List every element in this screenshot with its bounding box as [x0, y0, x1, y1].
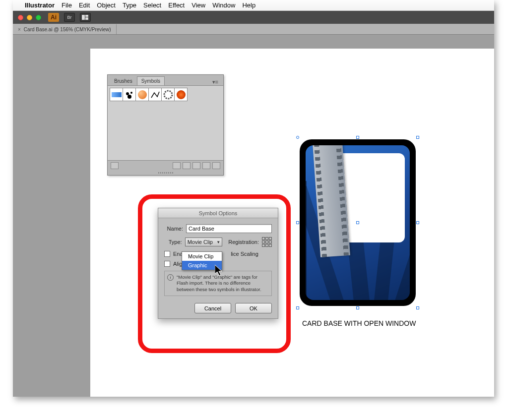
- svg-rect-0: [82, 15, 85, 20]
- info-icon: i: [167, 274, 174, 281]
- menu-view[interactable]: View: [191, 1, 205, 9]
- panel-resize-grip[interactable]: [108, 170, 223, 175]
- info-text: "Movie Clip" and "Graphic" are tags for …: [177, 274, 261, 292]
- artwork-caption: CARD BASE WITH OPEN WINDOW: [302, 319, 416, 327]
- card-frame: [300, 139, 416, 306]
- new-symbol-button[interactable]: [202, 162, 210, 169]
- svg-point-6: [164, 91, 172, 99]
- pixel-grid-checkbox[interactable]: [164, 261, 170, 267]
- svg-rect-2: [85, 17, 88, 20]
- type-select-value: Movie Clip: [188, 239, 213, 245]
- menu-app[interactable]: Illustrator: [25, 1, 55, 9]
- delete-symbol-button[interactable]: [212, 162, 220, 169]
- type-select[interactable]: Movie Clip ▼: [185, 238, 223, 246]
- cursor-icon: [215, 265, 225, 277]
- tab-brushes[interactable]: Brushes: [110, 76, 137, 85]
- registration-grid[interactable]: [262, 237, 272, 247]
- document-tab-title: Card Base.ai @ 156% (CMYK/Preview): [24, 27, 111, 32]
- menu-effect[interactable]: Effect: [168, 1, 185, 9]
- svg-point-3: [126, 92, 129, 95]
- symbol-thumb[interactable]: [148, 88, 162, 101]
- panel-footer: [108, 160, 223, 170]
- document-tab[interactable]: × Card Base.ai @ 156% (CMYK/Preview): [13, 24, 117, 34]
- svg-point-5: [127, 95, 131, 99]
- dropdown-option-movieclip[interactable]: Movie Clip: [182, 252, 222, 261]
- svg-rect-1: [85, 15, 88, 17]
- app-titlebar: Ai Br: [13, 11, 494, 24]
- symbol-libraries-button[interactable]: [111, 162, 119, 169]
- arrange-documents-button[interactable]: [80, 13, 91, 22]
- symbols-grid[interactable]: [108, 86, 223, 160]
- menu-edit[interactable]: Edit: [79, 1, 90, 9]
- name-label: Name:: [164, 226, 183, 232]
- registration-label: Registration:: [228, 239, 259, 245]
- nine-slice-label-right: lice Scaling: [231, 251, 258, 257]
- cancel-button[interactable]: Cancel: [194, 303, 231, 313]
- symbol-thumb[interactable]: [135, 88, 149, 101]
- break-link-button[interactable]: [183, 162, 190, 169]
- close-tab-icon[interactable]: ×: [18, 27, 21, 32]
- zoom-window-icon[interactable]: [36, 15, 41, 20]
- symbol-thumb[interactable]: [123, 88, 136, 101]
- symbol-options-button[interactable]: [192, 162, 200, 169]
- menu-file[interactable]: File: [62, 1, 72, 9]
- menu-select[interactable]: Select: [143, 1, 161, 9]
- symbol-thumb[interactable]: [110, 88, 123, 101]
- card-base-art[interactable]: [300, 139, 416, 306]
- panel-menu-icon[interactable]: ▾≡: [209, 79, 221, 85]
- menu-type[interactable]: Type: [123, 1, 136, 9]
- close-window-icon[interactable]: [18, 15, 23, 20]
- bridge-button[interactable]: Br: [64, 13, 75, 22]
- ai-app-icon: Ai: [48, 13, 59, 22]
- dialog-title: Symbol Options: [158, 208, 278, 218]
- symbol-thumb[interactable]: [174, 88, 188, 101]
- tab-symbols[interactable]: Symbols: [137, 76, 165, 85]
- symbols-panel[interactable]: Brushes Symbols ▾≡: [107, 74, 224, 176]
- traffic-lights: [18, 15, 41, 20]
- panel-tabs: Brushes Symbols ▾≡: [108, 75, 223, 86]
- symbol-thumb[interactable]: [161, 88, 175, 101]
- document-tab-bar: × Card Base.ai @ 156% (CMYK/Preview): [13, 24, 494, 35]
- nine-slice-checkbox[interactable]: [164, 251, 170, 257]
- svg-marker-7: [215, 265, 222, 276]
- ok-button[interactable]: OK: [235, 303, 272, 313]
- type-label: Type:: [164, 239, 182, 245]
- name-field[interactable]: [186, 224, 272, 233]
- menu-help[interactable]: Help: [242, 1, 255, 9]
- minimize-window-icon[interactable]: [27, 15, 32, 20]
- chevron-down-icon: ▼: [216, 240, 220, 244]
- menu-object[interactable]: Object: [97, 1, 116, 9]
- menu-window[interactable]: Window: [212, 1, 235, 9]
- svg-point-4: [130, 92, 132, 94]
- mac-menubar: Illustrator File Edit Object Type Select…: [13, 0, 494, 11]
- place-symbol-button[interactable]: [173, 162, 181, 169]
